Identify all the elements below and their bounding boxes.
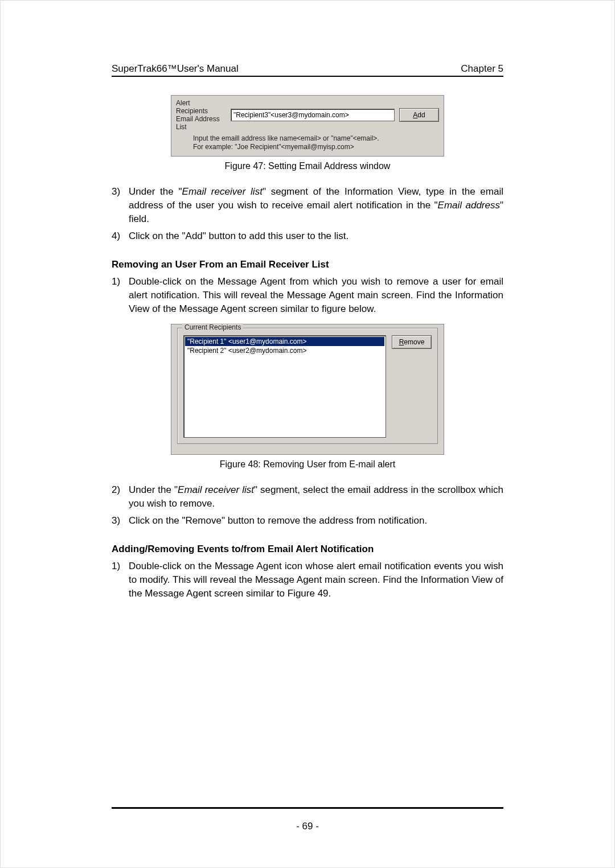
page-number: - 69 - bbox=[1, 821, 614, 832]
step-4: 4) Click on the "Add" button to add this… bbox=[112, 229, 503, 243]
header-left: SuperTrak66™User's Manual bbox=[112, 63, 239, 75]
current-recipients-legend: Current Recipients bbox=[182, 323, 243, 331]
step-3: 3) Under the "Email receiver list" segme… bbox=[112, 185, 503, 226]
list-item[interactable]: "Recipient 2" <user2@mydomain.com> bbox=[185, 346, 384, 355]
recipients-listbox[interactable]: "Recipient 1" <user1@mydomain.com> "Reci… bbox=[183, 335, 386, 438]
email-hint-text: Input the emaill address like name<email… bbox=[193, 134, 439, 151]
remove-button[interactable]: Remove bbox=[392, 335, 432, 349]
figure-47-panel: Alert Recipients Email Address List Add … bbox=[171, 95, 444, 157]
list-item[interactable]: "Recipient 1" <user1@mydomain.com> bbox=[185, 337, 384, 346]
removing-step-1: 1) Double-click on the Message Agent fro… bbox=[112, 275, 503, 316]
document-page: SuperTrak66™User's Manual Chapter 5 Aler… bbox=[0, 0, 615, 868]
removing-step-2: 2) Under the "Email receiver list" segme… bbox=[112, 483, 503, 511]
figure-48-panel: Current Recipients "Recipient 1" <user1@… bbox=[171, 324, 444, 455]
removing-step-3: 3) Click on the "Remove" button to remov… bbox=[112, 514, 503, 528]
add-button[interactable]: Add bbox=[399, 108, 439, 122]
adding-removing-heading: Adding/Removing Events to/from Email Ale… bbox=[112, 544, 503, 555]
footer-rule bbox=[112, 807, 503, 809]
page-header: SuperTrak66™User's Manual Chapter 5 bbox=[112, 63, 503, 75]
email-address-input[interactable] bbox=[231, 109, 395, 121]
figure-47-caption: Figure 47: Setting Email Address window bbox=[112, 161, 503, 171]
figure-48-container: Current Recipients "Recipient 1" <user1@… bbox=[112, 324, 503, 455]
email-address-list-label: Alert Recipients Email Address List bbox=[176, 99, 226, 131]
figure-48-caption: Figure 48: Removing User from E-mail ale… bbox=[112, 459, 503, 470]
removing-heading: Removing an User From an Email Receiver … bbox=[112, 259, 503, 270]
header-rule bbox=[112, 76, 503, 77]
header-right: Chapter 5 bbox=[461, 63, 503, 75]
current-recipients-group: Current Recipients "Recipient 1" <user1@… bbox=[177, 328, 438, 444]
adding-step-1: 1) Double-click on the Message Agent ico… bbox=[112, 560, 503, 600]
figure-47-container: Alert Recipients Email Address List Add … bbox=[112, 95, 503, 157]
